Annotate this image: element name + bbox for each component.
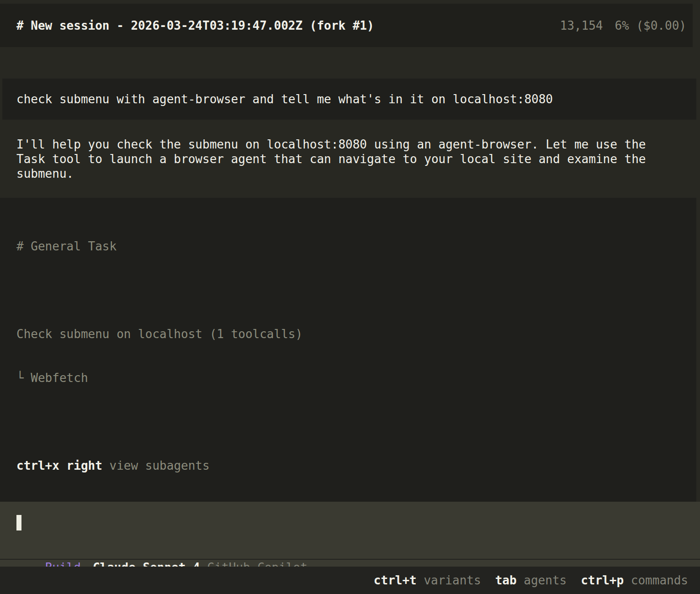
agents-shortcut[interactable]: tab agents	[495, 573, 567, 588]
task-block[interactable]: # General Task Check submenu on localhos…	[0, 198, 696, 503]
shortcut-label: commands	[624, 573, 688, 587]
token-count: 13,154	[560, 19, 603, 32]
view-subagents-hint: ctrl+x right view subagents	[16, 458, 696, 473]
shortcut-label: agents	[517, 573, 567, 587]
shortcut-label: variants	[417, 573, 481, 587]
variants-shortcut[interactable]: ctrl+t variants	[374, 573, 481, 588]
shortcut-footer-bar: ctrl+t variants tab agents ctrl+p comman…	[0, 567, 700, 594]
shortcut-key: tab	[495, 573, 517, 587]
user-message-block: check submenu with agent-browser and tel…	[2, 79, 696, 120]
session-header-bar: # New session - 2026-03-24T03:19:47.002Z…	[0, 4, 693, 47]
shortcut-label: view subagents	[102, 459, 210, 472]
task-heading: # General Task	[16, 239, 696, 254]
task-description: Check submenu on localhost (1 toolcalls)	[16, 327, 696, 341]
spacer	[16, 414, 696, 429]
task-tool-call: └ Webfetch	[16, 371, 696, 385]
spacer	[16, 283, 696, 297]
shortcut-key: ctrl+p	[581, 573, 624, 587]
commands-shortcut[interactable]: ctrl+p commands	[581, 573, 688, 588]
session-stats: 13,1546% ($0.00)	[560, 18, 686, 33]
text-cursor	[16, 515, 21, 530]
shortcut-key: ctrl+t	[374, 573, 417, 587]
user-message-text: check submenu with agent-browser and tel…	[16, 92, 553, 106]
composer-panel: BuildClaude Sonnet 4GitHub Copilot	[0, 502, 700, 567]
usage-cost: 6% ($0.00)	[615, 19, 686, 32]
assistant-intro-text: I'll help you check the submenu on local…	[16, 137, 674, 181]
composer-status-row: BuildClaude Sonnet 4GitHub Copilot	[0, 546, 700, 560]
session-title: # New session - 2026-03-24T03:19:47.002Z…	[16, 18, 560, 33]
message-input[interactable]	[0, 502, 700, 546]
shortcut-key: ctrl+x right	[16, 459, 102, 472]
